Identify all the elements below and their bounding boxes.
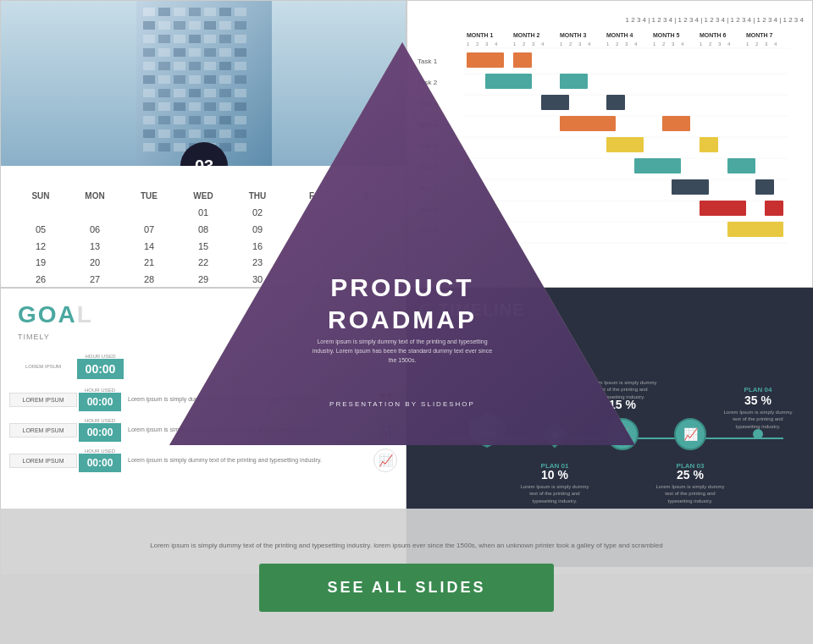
svg-rect-51 xyxy=(143,102,155,111)
svg-text:1: 1 xyxy=(653,41,656,47)
svg-rect-31 xyxy=(158,62,170,70)
svg-text:3: 3 xyxy=(672,41,675,47)
svg-text:MONTH 1: MONTH 1 xyxy=(467,32,494,38)
svg-rect-3 xyxy=(158,8,170,16)
svg-rect-14 xyxy=(219,21,231,30)
svg-rect-24 xyxy=(158,48,170,57)
svg-text:2: 2 xyxy=(755,41,759,47)
svg-text:ROADMAP: ROADMAP xyxy=(328,305,477,333)
hero-triangle-svg: PRODUCT ROADMAP Lorem ipsum is simply du… xyxy=(169,42,635,465)
svg-text:4: 4 xyxy=(774,41,777,47)
svg-rect-9 xyxy=(143,21,155,30)
svg-rect-148 xyxy=(755,179,774,195)
svg-rect-45 xyxy=(158,89,170,97)
bottom-cta-overlay: Lorem ipsum is simply dummy text of the … xyxy=(0,509,813,644)
svg-rect-30 xyxy=(143,62,155,70)
svg-rect-11 xyxy=(174,21,185,30)
svg-rect-6 xyxy=(204,8,216,16)
svg-text:4: 4 xyxy=(727,41,731,47)
svg-rect-37 xyxy=(143,75,155,84)
svg-rect-142 xyxy=(662,116,690,131)
svg-rect-15 xyxy=(235,21,246,30)
svg-rect-16 xyxy=(143,35,155,43)
svg-rect-72 xyxy=(143,143,155,151)
svg-rect-10 xyxy=(158,21,170,30)
svg-text:1: 1 xyxy=(700,41,703,47)
svg-text:PRODUCT: PRODUCT xyxy=(330,273,473,301)
svg-rect-73 xyxy=(158,143,170,151)
svg-text:MONTH 6: MONTH 6 xyxy=(700,32,727,38)
svg-text:35 %: 35 % xyxy=(744,394,772,407)
see-all-button[interactable]: SEE ALL SLIDES xyxy=(259,564,553,612)
svg-rect-52 xyxy=(158,102,170,111)
svg-text:PLAN 04: PLAN 04 xyxy=(744,386,772,394)
svg-text:PRESENTATION BY SLIDESHOP: PRESENTATION BY SLIDESHOP xyxy=(329,400,475,408)
svg-text:3: 3 xyxy=(718,41,722,47)
svg-rect-38 xyxy=(158,75,170,84)
svg-rect-7 xyxy=(219,8,231,16)
svg-text:1: 1 xyxy=(746,41,749,47)
svg-text:4: 4 xyxy=(681,41,684,47)
svg-text:25 %: 25 % xyxy=(677,468,704,482)
svg-rect-59 xyxy=(158,116,170,124)
svg-rect-147 xyxy=(672,179,709,195)
svg-text:MONTH 7: MONTH 7 xyxy=(746,32,773,38)
svg-text:MONTH 3: MONTH 3 xyxy=(560,32,587,38)
hero-slide: PRODUCT ROADMAP Lorem ipsum is simply du… xyxy=(169,42,635,465)
svg-point-168 xyxy=(753,429,763,439)
svg-rect-4 xyxy=(174,8,185,16)
svg-text:MONTH 4: MONTH 4 xyxy=(606,32,633,38)
svg-rect-144 xyxy=(700,137,718,152)
svg-rect-58 xyxy=(143,116,155,124)
svg-rect-65 xyxy=(143,129,155,138)
svg-rect-12 xyxy=(189,21,201,30)
gantt-subtitle: 1 2 3 4 | 1 2 3 4 | 1 2 3 4 | 1 2 3 4 | … xyxy=(416,9,804,27)
svg-text:MONTH 2: MONTH 2 xyxy=(513,32,540,38)
svg-rect-13 xyxy=(204,21,216,30)
svg-rect-44 xyxy=(143,89,155,97)
svg-rect-149 xyxy=(700,201,746,216)
svg-rect-23 xyxy=(143,48,155,57)
svg-text:3: 3 xyxy=(765,41,768,47)
svg-rect-17 xyxy=(158,35,170,43)
svg-rect-66 xyxy=(158,129,170,138)
svg-rect-146 xyxy=(727,158,755,173)
svg-rect-5 xyxy=(189,8,201,16)
svg-rect-8 xyxy=(235,8,246,16)
svg-text:2: 2 xyxy=(709,41,712,47)
svg-rect-151 xyxy=(727,222,783,237)
bottom-lorem-text: Lorem ipsum is simply dummy text of the … xyxy=(150,541,663,551)
svg-rect-145 xyxy=(634,158,681,173)
svg-text:MONTH 5: MONTH 5 xyxy=(653,32,680,38)
svg-text:10 %: 10 % xyxy=(541,468,568,482)
svg-text:📈: 📈 xyxy=(683,427,699,442)
main-container: 03 SUN MON TUE WED THU F S 0102 05060708… xyxy=(0,0,813,644)
svg-text:2: 2 xyxy=(662,41,666,47)
svg-rect-150 xyxy=(765,201,783,216)
svg-rect-2 xyxy=(143,8,155,16)
